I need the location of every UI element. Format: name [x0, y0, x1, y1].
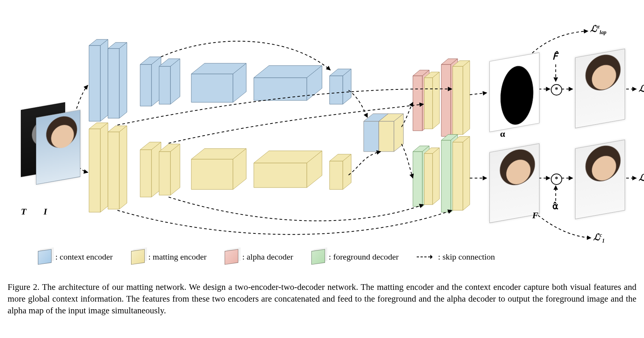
cube-icon	[38, 249, 52, 264]
svg-marker-66	[441, 140, 451, 212]
svg-marker-42	[364, 121, 379, 152]
multiply-node-top: *	[551, 84, 562, 95]
svg-marker-27	[140, 150, 152, 197]
svg-marker-39	[330, 161, 343, 189]
svg-marker-45	[379, 121, 394, 152]
svg-marker-3	[108, 49, 119, 118]
svg-marker-12	[191, 74, 233, 102]
svg-marker-69	[453, 142, 463, 210]
label-alpha-hat: α̂	[552, 201, 558, 211]
loss-1-c: ℒc1	[593, 232, 605, 244]
svg-marker-48	[413, 76, 422, 131]
svg-marker-59	[463, 61, 470, 135]
input-image	[36, 110, 80, 185]
matting-encoder	[89, 123, 351, 212]
composite-alpha-image	[575, 49, 625, 128]
svg-marker-60	[413, 152, 422, 207]
alpha-decoder	[413, 59, 470, 136]
figure-caption: Figure 2. The architecture of our mattin…	[8, 281, 636, 316]
foreground-decoder	[413, 135, 470, 212]
svg-marker-32	[170, 144, 180, 195]
svg-marker-11	[170, 59, 180, 104]
svg-marker-51	[424, 78, 433, 129]
legend-alpha-decoder: : alpha decoder	[225, 250, 293, 264]
svg-marker-71	[463, 136, 470, 210]
loss-F-alpha: ℒαF	[639, 83, 644, 95]
output-alpha-image	[489, 52, 539, 132]
concat-feature	[364, 114, 403, 152]
legend-skip-connection: : skip connection	[417, 252, 495, 262]
svg-marker-0	[89, 45, 100, 121]
svg-marker-2	[100, 39, 108, 121]
svg-marker-57	[453, 66, 463, 135]
legend-label: : matting encoder	[148, 252, 207, 262]
label-F-hat: F̂	[552, 51, 558, 62]
composite-fg-image	[575, 139, 625, 219]
loss-lap-alpha: ℒαlap	[590, 23, 606, 36]
architecture-svg	[0, 0, 644, 250]
figure-caption-text: The architecture of our matting network.…	[8, 282, 636, 315]
svg-marker-65	[433, 148, 439, 205]
figure-label: Figure 2.	[8, 282, 39, 292]
svg-marker-21	[89, 129, 100, 212]
label-alpha: α	[500, 129, 505, 139]
svg-marker-33	[191, 159, 233, 189]
legend-label: : context encoder	[55, 252, 113, 262]
legend-label: : foreground decoder	[329, 252, 399, 262]
multiply-node-bottom: *	[551, 174, 562, 185]
svg-marker-5	[119, 42, 127, 118]
svg-marker-23	[100, 123, 108, 212]
legend-context-encoder: : context encoder	[38, 250, 113, 264]
svg-marker-30	[159, 152, 170, 195]
legend-label: : alpha decoder	[242, 252, 293, 262]
svg-marker-18	[330, 76, 343, 104]
context-encoder	[89, 39, 351, 121]
svg-marker-15	[254, 78, 307, 100]
dashed-arrow-icon	[417, 254, 434, 260]
cube-icon	[131, 249, 145, 264]
cube-icon	[225, 249, 238, 264]
svg-marker-53	[433, 72, 439, 129]
svg-marker-6	[140, 64, 152, 106]
legend-matting-encoder: : matting encoder	[131, 250, 207, 264]
legend-label: : skip connection	[438, 252, 495, 262]
svg-marker-63	[424, 153, 433, 205]
svg-marker-26	[119, 126, 127, 209]
label-F: F	[532, 210, 538, 221]
svg-marker-24	[108, 132, 119, 209]
svg-marker-9	[159, 66, 170, 104]
cube-icon	[311, 249, 325, 264]
loss-F-c: ℒcF	[639, 172, 644, 185]
svg-marker-54	[441, 64, 451, 136]
label-I: I	[44, 207, 47, 217]
label-T: T	[21, 207, 27, 217]
legend-foreground-decoder: : foreground decoder	[311, 250, 399, 264]
figure-root: * * T I α F F̂ α̂ ℒαlap ℒαF ℒcF ℒc1 : co…	[0, 0, 644, 338]
svg-marker-36	[254, 163, 307, 188]
legend: : context encoder : matting encoder : al…	[38, 250, 495, 264]
